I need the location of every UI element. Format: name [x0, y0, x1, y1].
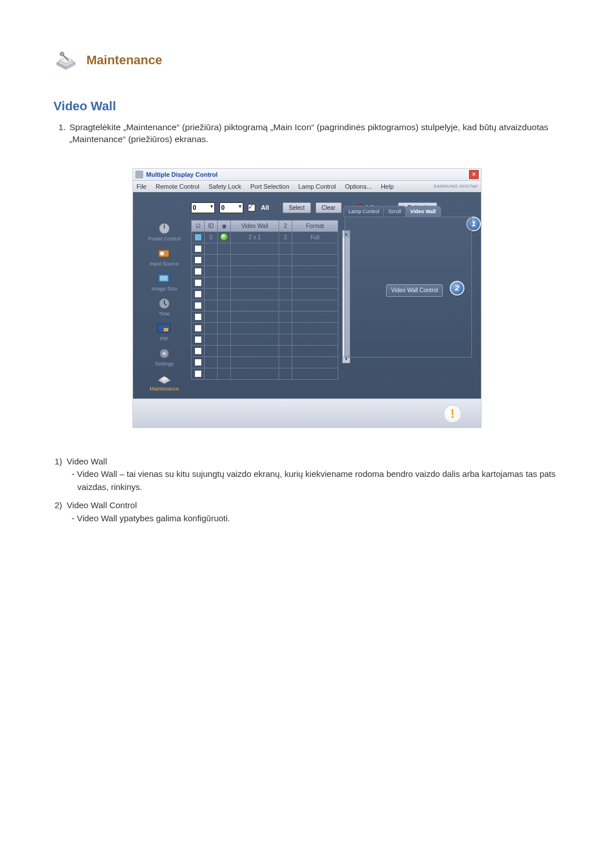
col-format[interactable]: Format	[292, 220, 338, 231]
table-row[interactable]	[192, 243, 338, 254]
mdc-app-window: Multiple Display Control × File Remote C…	[132, 168, 482, 428]
menu-remote-control[interactable]: Remote Control	[156, 183, 200, 190]
status-dot-icon	[220, 233, 228, 241]
svg-rect-12	[164, 328, 168, 331]
all-checkbox[interactable]	[248, 204, 255, 211]
table-row[interactable]	[192, 288, 338, 300]
desc-sub-1: Video Wall – tai vienas su kitu sujungtų…	[55, 468, 561, 493]
svg-point-4	[60, 52, 64, 56]
input-source-icon	[156, 246, 173, 261]
display-table: ☑ ID ◉ Video Wall 2 Format 0 2 x 1 2 Ful…	[191, 220, 338, 380]
row-checkbox[interactable]	[194, 279, 202, 286]
row-checkbox[interactable]	[194, 290, 202, 298]
col-status[interactable]: ◉	[218, 220, 231, 231]
tab-lamp-control[interactable]: Lamp Control	[343, 206, 384, 217]
tabs-row: Lamp Control Scroll Video Wall 1	[343, 204, 472, 217]
table-row[interactable]	[192, 254, 338, 265]
svg-point-14	[163, 352, 166, 355]
row-checkbox[interactable]	[194, 347, 202, 355]
warning-icon: !	[443, 405, 462, 423]
table-row[interactable]	[192, 368, 338, 379]
desc-title-2: Video Wall Control	[67, 499, 136, 512]
table-row[interactable]	[192, 322, 338, 334]
row-checkbox[interactable]	[194, 245, 202, 252]
menu-file[interactable]: File	[136, 183, 147, 190]
col-video-wall[interactable]: Video Wall	[231, 220, 279, 231]
row-checkbox[interactable]	[194, 325, 202, 332]
col-two[interactable]: 2	[279, 220, 292, 231]
image-size-icon	[156, 271, 173, 286]
sidebar-item-settings[interactable]: Settings	[143, 345, 185, 368]
dropdown-2[interactable]: 0	[219, 202, 243, 213]
right-pane: Lamp Control Scroll Video Wall 1 Video W…	[345, 220, 472, 393]
page-header: Maintenance	[53, 50, 561, 70]
svg-rect-9	[160, 276, 168, 281]
row-checkbox[interactable]	[194, 313, 202, 321]
sidebar-item-maintenance[interactable]: Maintenance	[143, 370, 185, 393]
table-row[interactable]	[192, 345, 338, 356]
sidebar-item-image-size[interactable]: Image Size	[143, 270, 185, 293]
desc-title-1: Video Wall	[67, 455, 107, 468]
table-row[interactable]	[192, 300, 338, 311]
col-check[interactable]: ☑	[192, 220, 205, 231]
tab-scroll[interactable]: Scroll	[383, 206, 406, 217]
desc-num-1: 1)	[55, 455, 62, 468]
maintenance-icon	[156, 371, 173, 386]
desc-num-2: 2)	[55, 499, 62, 512]
table-row[interactable]	[192, 311, 338, 322]
table-row[interactable]	[192, 265, 338, 277]
descriptions: 1) Video Wall Video Wall – tai vienas su…	[55, 455, 561, 525]
sidebar: Power Control Input Source Image Size	[140, 220, 189, 393]
brand-label: SAMSUNG DIGITall	[433, 184, 478, 189]
intro-step-1: Spragtelėkite „Maintenance“ (priežiūra) …	[68, 122, 561, 146]
display-grid-area: ☑ ID ◉ Video Wall 2 Format 0 2 x 1 2 Ful…	[189, 220, 345, 393]
menu-help[interactable]: Help	[381, 183, 394, 190]
sidebar-item-time[interactable]: Time	[143, 295, 185, 318]
dropdown-1[interactable]: 0	[191, 202, 215, 213]
sidebar-item-input-source[interactable]: Input Source	[143, 245, 185, 268]
video-wall-control-button[interactable]: Video Wall Control	[386, 284, 443, 297]
row-checkbox[interactable]	[194, 268, 202, 275]
intro-steps-list: Spragtelėkite „Maintenance“ (priežiūra) …	[53, 122, 561, 146]
window-titlebar: Multiple Display Control ×	[133, 169, 481, 181]
row-checkbox[interactable]	[194, 370, 202, 377]
window-title: Multiple Display Control	[146, 171, 218, 178]
select-button[interactable]: Select	[283, 202, 311, 213]
row-checkbox[interactable]	[194, 359, 202, 366]
close-icon: ×	[472, 172, 476, 177]
menu-options[interactable]: Options...	[345, 183, 372, 190]
section-title: Video Wall	[53, 99, 561, 114]
time-icon	[156, 296, 173, 311]
row-checkbox[interactable]	[194, 234, 202, 241]
callout-badge-2: 2	[450, 281, 464, 296]
sidebar-item-pip[interactable]: PIP	[143, 320, 185, 343]
row-checkbox[interactable]	[194, 336, 202, 343]
table-row[interactable]: 0 2 x 1 2 Full	[192, 231, 338, 243]
desc-sub-2: Video Wall ypatybes galima konfigūruoti.	[55, 512, 561, 525]
menu-lamp-control[interactable]: Lamp Control	[298, 183, 336, 190]
pip-icon	[156, 321, 173, 336]
tab-video-wall[interactable]: Video Wall	[405, 206, 441, 217]
sidebar-item-power-control[interactable]: Power Control	[143, 220, 185, 243]
power-icon	[156, 221, 173, 236]
row-checkbox[interactable]	[194, 302, 202, 309]
app-icon	[135, 171, 143, 178]
status-strip: !	[133, 398, 481, 427]
menu-port-selection[interactable]: Port Selection	[250, 183, 289, 190]
menu-safety-lock[interactable]: Safety Lock	[209, 183, 241, 190]
table-row[interactable]	[192, 356, 338, 368]
col-id[interactable]: ID	[205, 220, 218, 231]
maintenance-box-icon	[53, 50, 78, 70]
all-label: All	[261, 204, 269, 211]
clear-button[interactable]: Clear	[316, 202, 342, 213]
table-row[interactable]	[192, 334, 338, 345]
svg-rect-7	[160, 252, 164, 255]
close-button[interactable]: ×	[469, 170, 479, 179]
table-row[interactable]	[192, 277, 338, 288]
header-title: Maintenance	[86, 53, 162, 68]
settings-icon	[156, 346, 173, 361]
row-checkbox[interactable]	[194, 256, 202, 264]
menu-bar: File Remote Control Safety Lock Port Sel…	[133, 181, 481, 192]
